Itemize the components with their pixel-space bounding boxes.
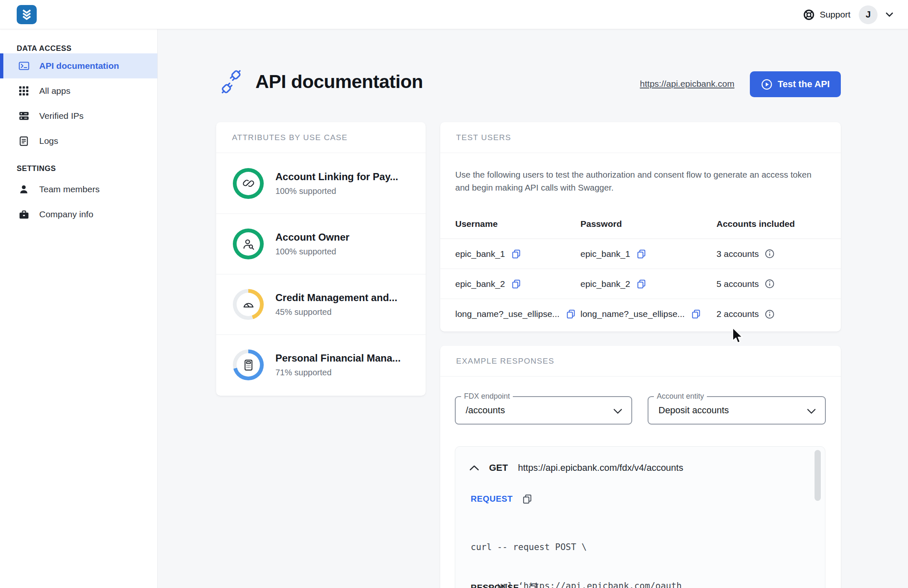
avatar[interactable]: J	[859, 5, 878, 24]
progress-ring	[233, 168, 264, 199]
curl-code-block: curl -- request POST \ -- url ‘https://a…	[471, 515, 817, 588]
info-icon[interactable]	[764, 249, 775, 259]
terminal-icon	[18, 62, 29, 70]
progress-ring	[233, 229, 264, 259]
plug-connect-icon	[219, 70, 244, 93]
request-example-panel: GET https://api.epicbank.com/fdx/v4/acco…	[455, 446, 825, 588]
attributes-by-use-case-card: ATTRIBUTES BY USE CASE Account Linking f…	[216, 122, 426, 396]
password-value: epic_bank_2	[580, 279, 630, 289]
sidebar-item-team-members[interactable]: Team members	[0, 177, 157, 202]
use-case-name: Account Owner	[275, 231, 349, 243]
copy-icon[interactable]	[511, 279, 521, 289]
info-icon[interactable]	[764, 279, 775, 289]
sidebar-item-logs[interactable]: Logs	[0, 128, 157, 153]
sidebar-item-all-apps[interactable]: All apps	[0, 78, 157, 103]
use-case-support: 100% supported	[275, 186, 398, 196]
progress-ring	[233, 349, 264, 380]
accounts-value: 5 accounts	[716, 279, 759, 289]
column-header-password: Password	[580, 219, 716, 229]
copy-icon[interactable]	[511, 249, 521, 259]
server-icon	[18, 111, 29, 121]
test-users-description: Use the following users to test the auth…	[440, 153, 841, 194]
copy-icon[interactable]	[528, 583, 539, 588]
chevron-down-icon	[613, 409, 622, 414]
sidebar-item-label: API documentation	[39, 61, 119, 71]
accounts-value: 2 accounts	[716, 309, 759, 319]
use-case-name: Account Linking for Pay...	[275, 171, 398, 183]
use-case-credit-management[interactable]: Credit Management and... 45% supported	[216, 274, 426, 334]
app-logo-chevrons-icon	[20, 8, 33, 21]
use-case-name: Credit Management and...	[275, 292, 397, 304]
sidebar-item-label: Company info	[39, 209, 93, 219]
copy-icon[interactable]	[636, 279, 646, 289]
sidebar: DATA ACCESS API documentation All apps	[0, 29, 158, 588]
sidebar-section-data-access: DATA ACCESS	[17, 43, 157, 53]
copy-icon[interactable]	[636, 249, 646, 259]
topbar: Support J	[0, 0, 908, 29]
scrollbar-thumb[interactable]	[815, 450, 821, 501]
test-api-button-label: Test the API	[778, 79, 830, 90]
username-value: epic_bank_2	[455, 279, 505, 289]
use-case-account-owner[interactable]: Account Owner 100% supported	[216, 214, 426, 274]
base-url-link[interactable]: https://api.epicbank.com	[640, 79, 734, 89]
username-value: long_name?_use_ellipse...	[455, 309, 560, 319]
test-api-button[interactable]: Test the API	[750, 71, 841, 97]
gauge-icon	[242, 298, 255, 311]
collapse-caret-icon[interactable]	[469, 465, 479, 471]
table-row: epic_bank_1 epic_bank_1 3 accounts	[440, 239, 841, 269]
use-case-support: 71% supported	[275, 368, 401, 377]
sidebar-item-api-documentation[interactable]: API documentation	[0, 53, 157, 78]
fdx-endpoint-select[interactable]: FDX endpoint /accounts	[455, 396, 632, 425]
chain-link-icon	[242, 177, 255, 190]
lifebuoy-icon	[803, 9, 815, 21]
person-icon	[18, 185, 29, 194]
support-label: Support	[820, 10, 850, 20]
card-title: ATTRIBUTES BY USE CASE	[216, 122, 426, 153]
use-case-personal-financial[interactable]: Personal Financial Mana... 71% supported	[216, 334, 426, 395]
page-title: API documentation	[255, 71, 423, 93]
endpoint-url: https://api.epicbank.com/fdx/v4/accounts	[518, 462, 683, 473]
info-icon[interactable]	[764, 309, 775, 319]
copy-icon[interactable]	[691, 309, 701, 319]
app-logo[interactable]	[17, 5, 37, 24]
copy-icon[interactable]	[522, 494, 532, 504]
page-title-row: API documentation	[219, 70, 423, 93]
password-value: long_name?_use_ellipse...	[580, 309, 685, 319]
use-case-name: Personal Financial Mana...	[275, 352, 401, 364]
password-value: epic_bank_1	[580, 249, 630, 259]
table-row: epic_bank_2 epic_bank_2 5 accounts	[440, 269, 841, 299]
use-case-support: 100% supported	[275, 247, 349, 256]
person-search-icon	[242, 238, 255, 251]
sidebar-item-label: Logs	[39, 136, 58, 146]
accounts-value: 3 accounts	[716, 249, 759, 259]
sidebar-item-label: Team members	[39, 184, 100, 194]
sidebar-item-label: All apps	[39, 86, 71, 96]
username-value: epic_bank_1	[455, 249, 505, 259]
http-method: GET	[489, 462, 508, 473]
fdx-endpoint-label: FDX endpoint	[461, 392, 513, 401]
response-section-label: RESPONSE	[471, 583, 519, 588]
support-button[interactable]: Support	[803, 9, 850, 21]
calculator-icon	[242, 359, 255, 372]
table-row: long_name?_use_ellipse... long_name?_use…	[440, 299, 841, 329]
chevron-down-icon	[807, 409, 816, 414]
sidebar-item-verified-ips[interactable]: Verified IPs	[0, 103, 157, 128]
sidebar-item-label: Verified IPs	[39, 111, 83, 121]
card-title: TEST USERS	[440, 122, 841, 153]
test-users-card: TEST USERS Use the following users to te…	[440, 122, 841, 332]
document-icon	[18, 136, 29, 146]
account-entity-value: Deposit accounts	[658, 405, 729, 416]
request-section-label: REQUEST	[471, 494, 513, 504]
sidebar-item-company-info[interactable]: Company info	[0, 202, 157, 227]
briefcase-icon	[18, 210, 29, 219]
progress-ring	[233, 289, 264, 320]
account-entity-label: Account entity	[654, 392, 707, 401]
use-case-account-linking[interactable]: Account Linking for Pay... 100% supporte…	[216, 153, 426, 214]
table-header-row: Username Password Accounts included	[440, 209, 841, 239]
fdx-endpoint-value: /accounts	[466, 405, 505, 416]
copy-icon[interactable]	[566, 309, 576, 319]
account-entity-select[interactable]: Account entity Deposit accounts	[648, 396, 826, 425]
sidebar-section-settings: SETTINGS	[17, 163, 157, 173]
chevron-down-icon[interactable]	[886, 13, 893, 17]
avatar-initial: J	[865, 9, 870, 20]
